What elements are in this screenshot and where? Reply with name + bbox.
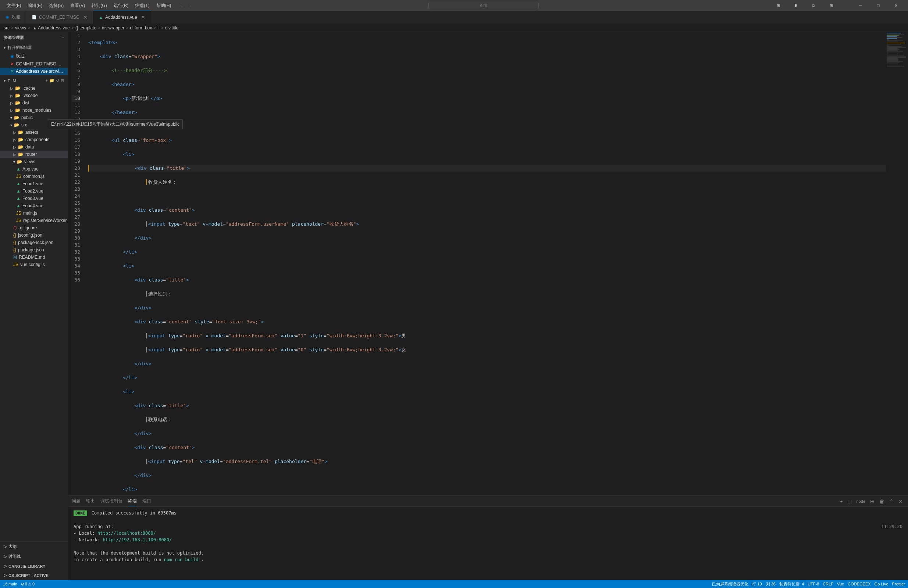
sidebar-item-food4[interactable]: ▲ Food4.vue	[0, 202, 68, 209]
grid-btn[interactable]: ⊞	[823, 0, 840, 11]
cangjie-panel[interactable]: ▷ CANGJIE LIBRARY	[0, 562, 68, 571]
ln-25: 25	[72, 199, 80, 207]
nav-forward[interactable]: →	[187, 3, 192, 8]
menu-file[interactable]: 文件(F)	[4, 2, 24, 10]
outline-panel[interactable]: ▷ 大纲	[0, 542, 68, 552]
mm-19	[887, 53, 900, 53]
menu-select[interactable]: 选择(S)	[46, 2, 66, 10]
terminal-close-btn[interactable]: ✕	[897, 498, 904, 505]
breadcrumb-views[interactable]: views	[15, 25, 26, 31]
timeline-panel[interactable]: ▷ 时间线	[0, 552, 68, 562]
terminal-layout-btn[interactable]: ⊞	[869, 498, 876, 505]
tab-welcome[interactable]: ◉ 欢迎	[0, 11, 26, 24]
sidebar-item-commonjs[interactable]: JS common.js	[0, 173, 68, 180]
cursor-position-status[interactable]: 行 10，列 36	[752, 582, 776, 587]
minimize-btn[interactable]: ─	[852, 0, 869, 11]
layout-btn[interactable]: ⧉	[805, 0, 822, 11]
language-status[interactable]: Vue	[837, 582, 844, 586]
sidebar-item-router[interactable]: ▷ 📂 router	[0, 151, 68, 158]
menu-run[interactable]: 运行(R)	[111, 2, 132, 10]
tab-addaddress[interactable]: ▲ Addaddress.vue ✕	[93, 11, 151, 24]
terminal-maximize-btn[interactable]: ⌃	[888, 498, 895, 505]
tab-commit[interactable]: 📄 COMMIT_EDITMSG ✕	[26, 11, 93, 24]
sidebar-item-gitignore[interactable]: ⬡ .gitignore	[0, 224, 68, 231]
breadcrumb-formbox[interactable]: ul.form-box	[130, 25, 152, 31]
elm-section[interactable]: ▾ ELM + 📁 ↺ ⊟	[0, 77, 68, 85]
menu-goto[interactable]: 转到(G)	[89, 2, 109, 10]
open-file-welcome[interactable]: ◉ 欢迎	[0, 52, 68, 60]
sidebar-item-registerserviceworker[interactable]: JS registerServiceWorker.js	[0, 217, 68, 224]
term-local-url[interactable]: http://localhost:8080/	[97, 531, 156, 536]
sidebar-item-components[interactable]: ▷ 📂 components	[0, 136, 68, 143]
maximize-btn[interactable]: □	[870, 0, 887, 11]
open-file-addaddress[interactable]: ✕ Addaddress.vue src\vi...	[0, 67, 68, 75]
csscript-panel[interactable]: ▷ CS-SCRIPT - ACTIVE	[0, 571, 68, 580]
git-branch-status[interactable]: ⎇ main	[3, 582, 17, 586]
sidebar-item-mainjs[interactable]: JS main.js	[0, 209, 68, 217]
bold-btn[interactable]: 𝐁	[787, 0, 804, 11]
sidebar-item-views[interactable]: ▾ 📂 views	[0, 158, 68, 165]
term-network-url[interactable]: http://192.168.1.100:8080/	[103, 537, 172, 542]
new-file-icon[interactable]: +	[46, 78, 48, 83]
tab-debug-console[interactable]: 调试控制台	[100, 496, 122, 506]
sidebar-item-node-modules[interactable]: ▷ 📂 node_modules	[0, 106, 68, 114]
sidebar-toggle-btn[interactable]: ⊞	[770, 0, 787, 11]
explorer-more[interactable]: ···	[61, 35, 64, 40]
breadcrumb-li[interactable]: li	[158, 25, 159, 31]
sidebar-item-packagejson[interactable]: {} package.json	[0, 246, 68, 254]
close-btn[interactable]: ✕	[887, 0, 904, 11]
collapse-icon[interactable]: ⊟	[61, 78, 64, 83]
open-editors-section[interactable]: ▾ 打开的编辑器	[0, 43, 68, 52]
ln-28: 28	[72, 220, 80, 228]
code-lines[interactable]: <template> <div class="wrapper"> <!---he…	[85, 32, 886, 495]
tab-output[interactable]: 输出	[86, 496, 95, 506]
nav-back[interactable]: ←	[179, 3, 184, 8]
refresh-icon[interactable]: ↺	[56, 78, 59, 83]
menu-view[interactable]: 查看(V)	[67, 2, 88, 10]
sidebar-item-vscode[interactable]: ▷ 📂 .vscode	[0, 92, 68, 99]
sidebar-item-jsconfig[interactable]: {} jsconfig.json	[0, 231, 68, 239]
breadcrumb-template[interactable]: {} template	[76, 25, 97, 31]
sidebar-item-packagelock[interactable]: {} package-lock.json	[0, 239, 68, 246]
sidebar-item-food1[interactable]: ▲ Food1.vue	[0, 180, 68, 188]
sidebar-item-assets[interactable]: ▷ 📂 assets	[0, 129, 68, 136]
open-file-commit[interactable]: ✕ COMMIT_EDITMSG ...	[0, 60, 68, 67]
menu-terminal[interactable]: 终端(T)	[132, 2, 152, 10]
breadcrumb-divtitle[interactable]: div.title	[165, 25, 179, 31]
sidebar-item-readme[interactable]: M README.md	[0, 254, 68, 261]
prettier-status[interactable]: Prettier	[892, 582, 905, 586]
errors-status[interactable]: ⊘ 0 ⚠ 0	[21, 582, 35, 586]
line-ending-status[interactable]: CRLF	[823, 582, 833, 586]
sidebar-item-food2[interactable]: ▲ Food2.vue	[0, 188, 68, 195]
tab-problems[interactable]: 问题	[72, 496, 80, 506]
sidebar-item-src[interactable]: ▾ 📂 src	[0, 121, 68, 129]
sidebar-item-food3[interactable]: ▲ Food3.vue	[0, 195, 68, 202]
menu-edit[interactable]: 编辑(E)	[25, 2, 45, 10]
terminal-trash-btn[interactable]: 🗑	[878, 498, 886, 505]
new-terminal-btn[interactable]: +	[838, 498, 844, 505]
sidebar-item-data[interactable]: ▷ 📂 data	[0, 143, 68, 151]
split-terminal-btn[interactable]: ⬚	[846, 498, 853, 504]
sidebar-item-appvue[interactable]: ▲ App.vue	[0, 165, 68, 173]
screen-reader-status[interactable]: 已为屏幕阅读器优化	[712, 582, 749, 587]
vue-file-icon-food3: ▲	[16, 196, 21, 201]
breadcrumb-wrapper[interactable]: div.wrapper	[102, 25, 124, 31]
code-editor[interactable]: 1 2 3 4 5 6 7 8 9 10 11 12 13 14 15 16 1	[68, 32, 908, 495]
menu-help[interactable]: 帮助(H)	[153, 2, 174, 10]
sidebar-item-public[interactable]: ▾ 📂 public	[0, 114, 68, 121]
breadcrumb-src[interactable]: src	[4, 25, 10, 31]
tab-ports[interactable]: 端口	[142, 496, 151, 506]
tab-commit-close[interactable]: ✕	[83, 14, 87, 20]
encoding-status[interactable]: UTF-8	[808, 582, 819, 586]
tab-size-status[interactable]: 制表符长度: 4	[779, 582, 804, 587]
tab-addaddress-close[interactable]: ✕	[141, 14, 145, 20]
new-folder-icon[interactable]: 📁	[49, 78, 55, 83]
golive-status[interactable]: Go Live	[874, 582, 889, 586]
sidebar-item-cache[interactable]: ▷ 📂 .cache	[0, 85, 68, 92]
codegeex-status[interactable]: CODEGEEX	[848, 582, 871, 586]
search-input[interactable]	[428, 2, 539, 9]
breadcrumb-file[interactable]: Addaddress.vue	[38, 25, 70, 31]
sidebar-item-dist[interactable]: ▷ 📂 dist	[0, 99, 68, 106]
tab-terminal[interactable]: 终端	[128, 496, 137, 506]
sidebar-item-vueconfig[interactable]: JS vue.config.js	[0, 261, 68, 268]
